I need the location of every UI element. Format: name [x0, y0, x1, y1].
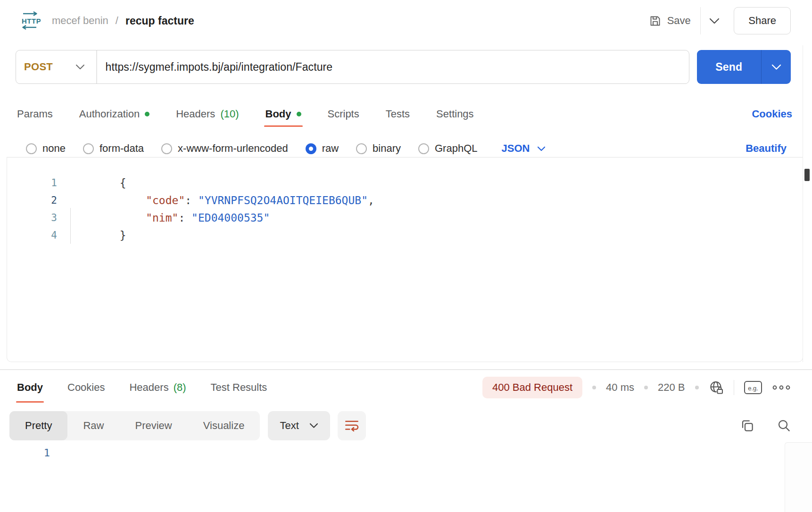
send-options-button[interactable]	[762, 50, 791, 84]
body-type-options: none form-data x-www-form-urlencoded raw…	[26, 138, 787, 159]
radio-circle	[356, 143, 367, 154]
line-number-active: 2	[7, 195, 57, 206]
meta-separator-dot	[695, 386, 699, 389]
tab-scripts[interactable]: Scripts	[328, 101, 359, 127]
url-input[interactable]: https://sygmef.impots.bj/api/integration…	[97, 61, 333, 74]
response-tab-cookies[interactable]: Cookies	[67, 372, 105, 403]
chevron-down-icon	[309, 423, 318, 429]
response-tab-cookies-label: Cookies	[67, 381, 105, 394]
json-string-value: "ED04000535"	[191, 212, 270, 224]
response-body-viewer[interactable]: 1	[0, 440, 812, 512]
response-language-label: Text	[280, 420, 298, 432]
copy-response-button[interactable]	[740, 419, 754, 433]
response-toolbar: Pretty Raw Preview Visualize Text	[9, 411, 791, 440]
breadcrumb: mecef benin / recup facture	[52, 15, 194, 27]
indent-guide	[70, 208, 71, 244]
response-scrollbar-track[interactable]	[785, 442, 812, 512]
wrap-lines-button[interactable]	[338, 411, 366, 440]
line-number: 1	[7, 177, 57, 189]
scrollbar-track	[803, 45, 803, 362]
tab-headers[interactable]: Headers (10)	[176, 101, 239, 127]
beautify-link[interactable]: Beautify	[746, 142, 787, 155]
more-actions-button[interactable]	[771, 384, 791, 391]
send-button-label: Send	[715, 61, 742, 74]
request-response-divider	[0, 369, 812, 370]
view-tab-visualize-label: Visualize	[203, 420, 245, 432]
breadcrumb-request-name[interactable]: recup facture	[125, 15, 194, 27]
view-tab-visualize[interactable]: Visualize	[188, 411, 260, 440]
status-badge[interactable]: 400 Bad Request	[482, 377, 582, 398]
headers-count-badge: (10)	[220, 108, 239, 120]
tab-params[interactable]: Params	[17, 101, 53, 127]
radio-binary[interactable]: binary	[356, 142, 401, 155]
tab-settings[interactable]: Settings	[436, 101, 474, 127]
svg-text:HTTP: HTTP	[22, 17, 41, 25]
tab-tests-label: Tests	[386, 108, 410, 120]
response-language-select[interactable]: Text	[268, 411, 330, 440]
breadcrumb-collection[interactable]: mecef benin	[52, 15, 108, 27]
method-label: POST	[24, 61, 53, 73]
response-time[interactable]: 40 ms	[606, 381, 634, 394]
request-tabs: Params Authorization Headers (10) Body S…	[17, 101, 792, 127]
method-select[interactable]: POST	[16, 50, 96, 83]
radio-graphql[interactable]: GraphQL	[418, 142, 478, 155]
radio-form-data[interactable]: form-data	[83, 142, 144, 155]
request-body-editor[interactable]: 1 { 2 "code": "YVRNPFSQ2O4AOITQEIEB6QUB"…	[7, 157, 803, 362]
tab-authorization-label: Authorization	[79, 108, 140, 120]
body-format-label: JSON	[502, 142, 530, 155]
response-size[interactable]: 220 B	[658, 381, 685, 394]
response-tab-body-label: Body	[17, 381, 43, 394]
radio-none[interactable]: none	[26, 142, 66, 155]
tab-body[interactable]: Body	[265, 101, 301, 127]
more-options-icon	[771, 384, 791, 391]
response-meta: 400 Bad Request 40 ms 220 B	[482, 377, 791, 398]
mock-example-button[interactable]: e.g.	[743, 380, 763, 396]
save-button[interactable]: Save	[649, 15, 691, 27]
radio-raw[interactable]: raw	[306, 142, 339, 155]
save-button-label: Save	[667, 15, 691, 27]
response-tab-test-results[interactable]: Test Results	[211, 372, 267, 403]
chevron-down-icon	[771, 64, 781, 70]
chevron-down-icon	[709, 18, 720, 24]
tab-authorization[interactable]: Authorization	[79, 101, 149, 127]
radio-none-label: none	[42, 142, 66, 155]
globe-lock-icon	[709, 380, 725, 395]
response-view-switcher: Pretty Raw Preview Visualize	[9, 411, 260, 440]
body-format-select[interactable]: JSON	[502, 142, 546, 155]
response-header: Body Cookies Headers (8) Test Results 40…	[17, 372, 791, 403]
code-line: 3 "nim": "ED04000535"	[7, 209, 803, 226]
body-status-dot	[297, 112, 301, 116]
view-tab-pretty[interactable]: Pretty	[9, 411, 67, 440]
response-headers-count-badge: (8)	[174, 381, 186, 394]
network-info-button[interactable]	[709, 380, 725, 395]
response-tab-body[interactable]: Body	[17, 372, 43, 403]
radio-binary-label: binary	[373, 142, 401, 155]
response-tab-headers[interactable]: Headers (8)	[129, 372, 186, 403]
meta-separator-dot	[644, 386, 648, 389]
save-options-button[interactable]	[709, 18, 720, 24]
wrap-lines-icon	[345, 420, 359, 432]
postman-app-window: HTTP mecef benin / recup facture Save	[0, 0, 812, 512]
tab-body-label: Body	[265, 108, 291, 120]
save-divider	[700, 7, 701, 34]
radio-circle	[83, 143, 94, 154]
http-request-type-icon: HTTP	[19, 11, 41, 31]
tab-params-label: Params	[17, 108, 53, 120]
json-punctuation: }	[120, 229, 126, 241]
view-tab-raw[interactable]: Raw	[67, 411, 119, 440]
radio-x-www-form-urlencoded[interactable]: x-www-form-urlencoded	[161, 142, 288, 155]
response-tab-test-results-label: Test Results	[211, 381, 267, 394]
search-response-button[interactable]	[777, 419, 791, 433]
view-tab-raw-label: Raw	[83, 420, 104, 432]
share-button[interactable]: Share	[734, 7, 791, 34]
cookies-link[interactable]: Cookies	[752, 108, 792, 120]
send-button[interactable]: Send	[697, 50, 761, 84]
scrollbar-thumb[interactable]	[804, 169, 810, 181]
example-icon: e.g.	[743, 380, 763, 396]
tab-scripts-label: Scripts	[328, 108, 359, 120]
tab-tests[interactable]: Tests	[386, 101, 410, 127]
radio-circle	[418, 143, 429, 154]
view-tab-preview[interactable]: Preview	[119, 411, 187, 440]
view-tab-preview-label: Preview	[135, 420, 172, 432]
line-number: 4	[7, 230, 57, 241]
